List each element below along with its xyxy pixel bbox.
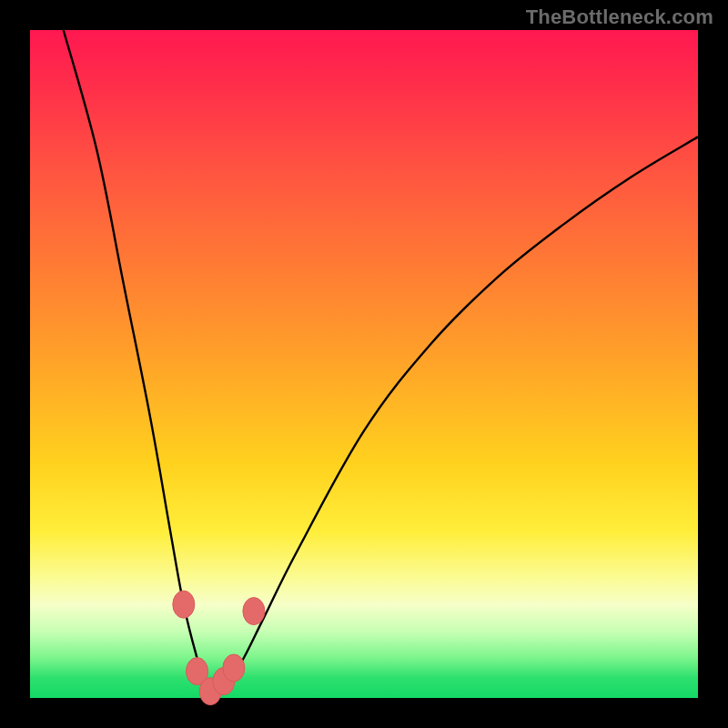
watermark-text: TheBottleneck.com	[526, 5, 713, 29]
curve-marker	[173, 591, 195, 618]
curve-path	[64, 30, 698, 693]
curve-markers	[173, 591, 265, 705]
chart-frame: TheBottleneck.com	[0, 0, 728, 728]
bottleneck-curve	[30, 30, 698, 698]
curve-marker	[223, 654, 245, 682]
curve-marker	[243, 598, 265, 625]
